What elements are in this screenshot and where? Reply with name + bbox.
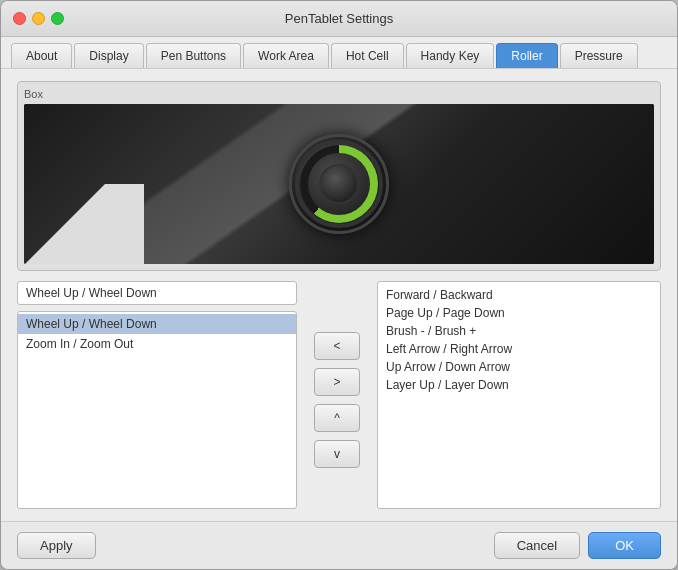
roller-green-arc [300, 145, 378, 223]
list-item-zoom[interactable]: Zoom In / Zoom Out [18, 334, 296, 354]
roller-ring [295, 140, 383, 228]
right-item-5[interactable]: Layer Up / Layer Down [386, 376, 652, 394]
traffic-lights [13, 12, 64, 25]
roller-center [319, 164, 359, 204]
roller-image [24, 104, 654, 264]
roller-outer [289, 134, 389, 234]
main-window: PenTablet Settings About Display Pen But… [0, 0, 678, 570]
content-area: Box [1, 69, 677, 521]
roller-green-inner [308, 153, 370, 215]
tab-handy-key[interactable]: Handy Key [406, 43, 495, 68]
box-label: Box [24, 88, 654, 100]
window-title: PenTablet Settings [285, 11, 393, 26]
right-item-0[interactable]: Forward / Backward [386, 286, 652, 304]
list-item-wheel[interactable]: Wheel Up / Wheel Down [18, 314, 296, 334]
wheel-input[interactable] [17, 281, 297, 305]
left-arrow-button[interactable]: < [314, 332, 360, 360]
right-item-4[interactable]: Up Arrow / Down Arrow [386, 358, 652, 376]
tablet-corner [24, 184, 144, 264]
close-button[interactable] [13, 12, 26, 25]
tab-work-area[interactable]: Work Area [243, 43, 329, 68]
tab-display[interactable]: Display [74, 43, 143, 68]
footer: Apply Cancel OK [1, 521, 677, 569]
ok-button[interactable]: OK [588, 532, 661, 559]
right-item-1[interactable]: Page Up / Page Down [386, 304, 652, 322]
titlebar: PenTablet Settings [1, 1, 677, 37]
cancel-button[interactable]: Cancel [494, 532, 580, 559]
apply-button[interactable]: Apply [17, 532, 96, 559]
controls-area: Wheel Up / Wheel Down Zoom In / Zoom Out… [17, 281, 661, 509]
maximize-button[interactable] [51, 12, 64, 25]
box-area: Box [17, 81, 661, 271]
left-controls: Wheel Up / Wheel Down Zoom In / Zoom Out [17, 281, 297, 509]
tab-hot-cell[interactable]: Hot Cell [331, 43, 404, 68]
right-list[interactable]: Forward / Backward Page Up / Page Down B… [377, 281, 661, 509]
tabs-bar: About Display Pen Buttons Work Area Hot … [1, 37, 677, 69]
tab-pressure[interactable]: Pressure [560, 43, 638, 68]
tab-roller[interactable]: Roller [496, 43, 557, 68]
middle-controls: < > ^ v [307, 281, 367, 509]
right-item-2[interactable]: Brush - / Brush + [386, 322, 652, 340]
action-list[interactable]: Wheel Up / Wheel Down Zoom In / Zoom Out [17, 311, 297, 509]
right-item-3[interactable]: Left Arrow / Right Arrow [386, 340, 652, 358]
minimize-button[interactable] [32, 12, 45, 25]
footer-right: Cancel OK [494, 532, 661, 559]
roller-circle [289, 134, 389, 234]
tab-about[interactable]: About [11, 43, 72, 68]
right-arrow-button[interactable]: > [314, 368, 360, 396]
tab-pen-buttons[interactable]: Pen Buttons [146, 43, 241, 68]
up-arrow-button[interactable]: ^ [314, 404, 360, 432]
down-arrow-button[interactable]: v [314, 440, 360, 468]
